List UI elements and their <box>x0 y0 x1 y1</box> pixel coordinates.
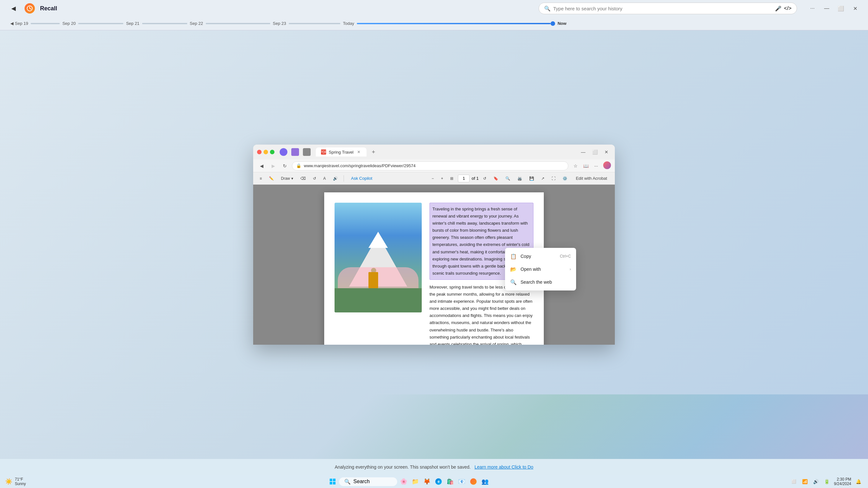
timeline-dot <box>551 21 555 26</box>
browser-window-controls <box>257 150 275 154</box>
browser-tab-spring-travel[interactable]: PDF Spring Travel ✕ <box>316 148 367 157</box>
taskbar-search-box[interactable]: 🔍 Search <box>339 477 397 486</box>
pdf-settings-button[interactable]: ⚙️ <box>560 175 570 182</box>
search-web-icon: 🔍 <box>510 279 517 285</box>
browser-window-restore-button[interactable]: ⬜ <box>590 148 599 157</box>
code-icon[interactable]: </> <box>784 5 792 11</box>
browser-extension-icon <box>291 148 299 156</box>
pdf-search-button[interactable]: 🔍 <box>503 175 513 182</box>
pdf-text-button[interactable]: A <box>321 175 329 182</box>
pdf-print-button[interactable]: 🖨️ <box>515 175 525 182</box>
main-content-area: PDF Spring Travel ✕ + — ⬜ ✕ ◀ ▶ ↻ 🔒 www.… <box>0 30 868 459</box>
browser-profile-icon <box>280 148 287 156</box>
mountain-snow <box>368 232 388 248</box>
taskbar-teams-icon[interactable]: 👥 <box>480 476 490 487</box>
taskbar-show-desktop-button[interactable]: ⬜ <box>789 477 799 486</box>
pdf-bookmark-button[interactable]: 🔖 <box>491 175 501 182</box>
taskbar-folder-icon[interactable]: 📁 <box>410 476 421 487</box>
recall-logo <box>25 3 35 13</box>
pdf-fullscreen-button[interactable]: ⛶ <box>549 175 558 182</box>
taskbar-notification-button[interactable]: 🔔 <box>854 477 863 486</box>
browser-refresh-button[interactable]: ↻ <box>280 161 289 170</box>
pdf-draw-button[interactable]: Draw ▾ <box>278 175 296 182</box>
status-learn-more-link[interactable]: Learn more about Click to Do <box>475 464 533 469</box>
timeline-track-today <box>357 23 551 24</box>
draw-chevron-icon: ▾ <box>291 176 293 181</box>
context-menu-copy[interactable]: 📋 Copy Ctrl+C <box>505 250 576 263</box>
pdf-fit-page-button[interactable]: ⊞ <box>447 175 456 182</box>
browser-close-button[interactable] <box>257 150 261 154</box>
weather-info: 71°F Sunny <box>15 477 26 486</box>
browser-window-close-button[interactable]: ✕ <box>602 148 611 157</box>
taskbar-files-icon[interactable]: 🌸 <box>399 476 409 487</box>
open-with-icon: 📂 <box>510 266 517 272</box>
taskbar-battery-icon[interactable]: 🔋 <box>823 477 832 486</box>
browser-maximize-button[interactable] <box>270 150 275 154</box>
weather-icon: ☀️ <box>5 478 12 485</box>
recall-minimize-button[interactable]: — <box>822 3 832 13</box>
timeline-track-sep19 <box>31 23 60 24</box>
pdf-view-button[interactable]: ≡ <box>257 175 265 182</box>
taskbar-files2-icon[interactable]: 🦊 <box>422 476 432 487</box>
recall-search-container[interactable]: 🔍 🎤 </> <box>538 3 797 14</box>
pdf-travel-image <box>335 203 422 313</box>
timeline-back-button[interactable]: ◀ Sep 19 <box>8 20 31 27</box>
timeline-track-sep22 <box>206 23 270 24</box>
recall-search-input[interactable] <box>553 6 772 11</box>
timeline-now-label: Now <box>558 21 566 26</box>
pdf-separator-1 <box>344 175 344 182</box>
browser-history-icon <box>303 148 311 156</box>
pdf-annotation-button[interactable]: ✏️ <box>267 175 276 182</box>
context-menu-copy-label: Copy <box>521 254 531 259</box>
context-menu-search-web[interactable]: 🔍 Search the web <box>505 275 576 289</box>
browser-window-minimize-button[interactable]: — <box>579 148 588 157</box>
recall-more-button[interactable]: ··· <box>807 3 817 13</box>
pdf-page-control: − + ⊞ of 1 ↺ 🔖 🔍 🖨️ 💾 ↗ ⛶ ⚙️ <box>429 174 570 182</box>
taskbar-volume-icon[interactable]: 🔊 <box>811 477 820 486</box>
browser-minimize-button[interactable] <box>264 150 268 154</box>
context-menu-open-with[interactable]: 📂 Open with › <box>505 263 576 275</box>
url-text: www.marqiestravel.com/springtravelideas/… <box>304 163 415 168</box>
browser-back-button[interactable]: ◀ <box>257 161 266 170</box>
pdf-read-aloud-button[interactable]: 🔊 <box>330 175 340 182</box>
taskbar-date-display: 9/24/2024 <box>834 482 851 486</box>
taskbar-network-icon[interactable]: 📶 <box>801 477 810 486</box>
favorites-icon[interactable]: ☆ <box>571 161 580 170</box>
ask-copilot-button[interactable]: Ask Copilot <box>347 174 376 182</box>
taskbar-system-icons: ⬜ 📶 🔊 🔋 <box>789 477 832 486</box>
browser-new-tab-button[interactable]: + <box>369 148 378 157</box>
browser-more-button[interactable]: ··· <box>592 161 600 170</box>
taskbar-store-icon[interactable]: 🛍️ <box>445 476 455 487</box>
edit-with-acrobat-button[interactable]: Edit with Acrobat <box>572 174 611 182</box>
taskbar-search-label: Search <box>353 479 370 484</box>
pdf-reset-view-button[interactable]: ↺ <box>480 175 489 182</box>
taskbar-mail-icon[interactable]: 📧 <box>457 476 467 487</box>
microphone-icon[interactable]: 🎤 <box>775 5 781 11</box>
pdf-zoom-in-button[interactable]: + <box>438 175 445 182</box>
pdf-zoom-out-button[interactable]: − <box>429 175 436 182</box>
recall-close-button[interactable]: ✕ <box>850 3 860 13</box>
browser-tab-close-button[interactable]: ✕ <box>356 150 361 155</box>
browser-forward-button[interactable]: ▶ <box>269 161 278 170</box>
recall-back-button[interactable]: ◀ <box>8 3 20 14</box>
taskbar-center: 🔍 Search 🌸 📁 🦊 e 🛍️ 📧 👥 <box>28 476 789 487</box>
address-bar[interactable]: 🔒 www.marqiestravel.com/springtravelidea… <box>292 161 568 170</box>
pdf-rotate-button[interactable]: ↺ <box>310 175 319 182</box>
browser-right-icons: ☆ 📖 ··· <box>571 161 611 170</box>
pdf-page-number-input[interactable] <box>458 174 469 182</box>
timeline-sep21-label: Sep 21 <box>123 21 142 26</box>
pdf-share-button[interactable]: ↗ <box>538 175 547 182</box>
reading-mode-icon[interactable]: 📖 <box>581 161 590 170</box>
timeline-bar: ◀ Sep 19 Sep 20 Sep 21 Sep 22 Sep 23 Tod… <box>0 17 868 30</box>
timeline-sep22-label: Sep 22 <box>187 21 206 26</box>
taskbar-start-button[interactable] <box>328 476 338 487</box>
browser-window: PDF Spring Travel ✕ + — ⬜ ✕ ◀ ▶ ↻ 🔒 www.… <box>253 144 615 345</box>
taskbar-recall-taskbar-icon[interactable] <box>468 476 478 487</box>
taskbar-search-icon: 🔍 <box>344 479 351 485</box>
context-menu-search-web-label: Search the web <box>521 280 552 285</box>
recall-topbar: ◀ Recall 🔍 🎤 </> ··· — ⬜ ✕ <box>0 0 868 17</box>
pdf-save-button[interactable]: 💾 <box>527 175 537 182</box>
pdf-erase-button[interactable]: ⌫ <box>298 175 308 182</box>
taskbar-edge-icon[interactable]: e <box>433 476 444 487</box>
recall-maximize-button[interactable]: ⬜ <box>836 3 846 13</box>
